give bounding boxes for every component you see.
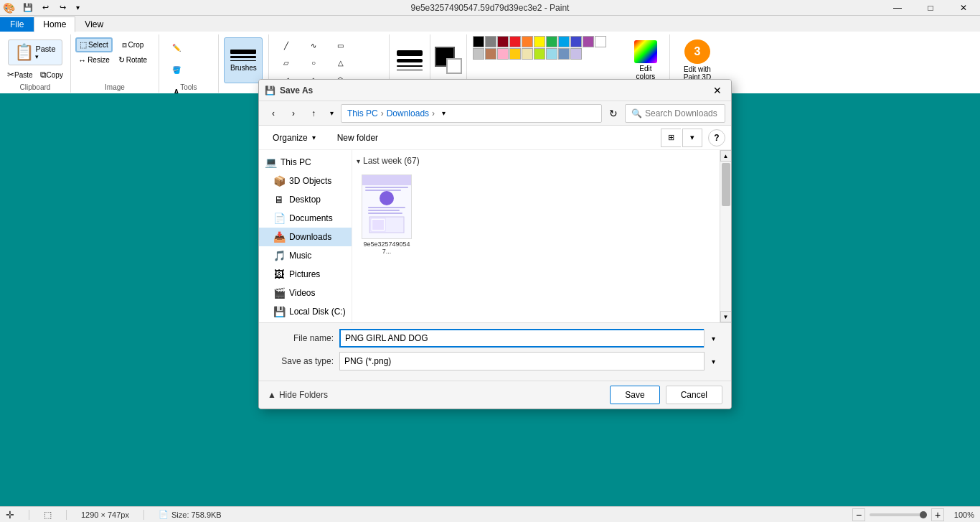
dialog-toolbar: Organize New folder ⊞ ▾ ?	[259, 126, 731, 150]
save-as-dialog: 💾 Save As ✕ ‹ › ↑ ▾ This PC › Downloads …	[258, 79, 732, 409]
filetype-label: Save as type:	[268, 356, 339, 366]
files-grid: 9e5e3257490547...	[355, 169, 717, 261]
filename-dd-btn[interactable]: ▾	[704, 329, 722, 348]
dialog-title: 💾 Save As	[265, 85, 313, 95]
local-c-icon: 💾	[273, 306, 285, 317]
cancel-btn[interactable]: Cancel	[666, 386, 722, 404]
section-header-lastweek[interactable]: ▾ Last week (67)	[355, 153, 717, 169]
filename-row: File name: ▾	[268, 329, 722, 348]
svg-rect-2	[365, 187, 408, 188]
form-area: File name: ▾ Save as type: PNG (*.png) J…	[259, 322, 731, 381]
nav-local-d[interactable]: 💾 Local Disk (D:)	[259, 321, 352, 322]
dialog-close-btn[interactable]: ✕	[710, 83, 725, 98]
pictures-icon: 🖼	[273, 269, 285, 280]
nav-music[interactable]: 🎵 Music	[259, 246, 352, 265]
save-btn[interactable]: Save	[610, 386, 659, 404]
svg-point-4	[380, 191, 394, 205]
filetype-select[interactable]: PNG (*.png) JPEG (*.jpg;*.jpeg) BMP (*.b…	[339, 352, 722, 370]
search-icon: 🔍	[631, 108, 642, 118]
breadcrumb-sep2: ›	[432, 108, 435, 118]
nav-up-btn[interactable]: ↑	[305, 105, 322, 122]
filetype-row: Save as type: PNG (*.png) JPEG (*.jpg;*.…	[268, 352, 722, 370]
view-dd-btn[interactable]: ▾	[682, 129, 702, 147]
scroll-track[interactable]	[720, 162, 732, 311]
svg-rect-10	[372, 220, 384, 230]
new-folder-btn[interactable]: New folder	[329, 129, 386, 147]
file-thumbnail	[362, 174, 412, 239]
sidebar-nav: 💻 This PC 📦 3D Objects 🖥 Desktop 📄 Docum…	[259, 150, 352, 322]
breadcrumb-sep1: ›	[381, 108, 384, 118]
svg-rect-7	[368, 213, 402, 214]
3d-objects-icon: 📦	[273, 175, 285, 187]
nav-desktop[interactable]: 🖥 Desktop	[259, 190, 352, 209]
browser-area: 💻 This PC 📦 3D Objects 🖥 Desktop 📄 Docum…	[259, 150, 731, 322]
dialog-actions: ▲ Hide Folders Save Cancel	[259, 381, 731, 409]
svg-rect-5	[368, 207, 405, 208]
help-btn[interactable]: ?	[708, 129, 725, 146]
nav-documents[interactable]: 📄 Documents	[259, 209, 352, 228]
nav-downloads[interactable]: 📥 Downloads	[259, 228, 352, 246]
nav-forward-btn[interactable]: ›	[285, 105, 302, 122]
this-pc-icon: 💻	[265, 157, 276, 168]
nav-3d-objects[interactable]: 📦 3D Objects	[259, 172, 352, 190]
organize-btn[interactable]: Organize	[265, 129, 324, 147]
dialog-title-bar: 💾 Save As ✕	[259, 80, 731, 101]
nav-recent-btn[interactable]: ▾	[325, 105, 338, 122]
dialog-title-icon: 💾	[265, 85, 275, 95]
nav-bar: ‹ › ↑ ▾ This PC › Downloads › ▾ ↻ 🔍	[259, 101, 731, 126]
breadcrumb-thispc[interactable]: This PC	[347, 108, 378, 118]
action-buttons: Save Cancel	[610, 386, 722, 404]
svg-rect-1	[362, 175, 411, 185]
nav-local-c[interactable]: 💾 Local Disk (C:)	[259, 302, 352, 321]
search-input[interactable]	[645, 108, 732, 118]
filename-input[interactable]	[339, 329, 722, 348]
hide-folders-icon: ▲	[268, 390, 276, 400]
filename-label: File name:	[268, 333, 339, 343]
scroll-thumb[interactable]	[722, 163, 730, 206]
scroll-down-btn[interactable]: ▼	[720, 311, 732, 322]
view-grid-btn[interactable]: ⊞	[661, 129, 681, 147]
downloads-icon: 📥	[273, 231, 285, 243]
nav-refresh-btn[interactable]: ↻	[605, 105, 622, 122]
nav-pictures[interactable]: 🖼 Pictures	[259, 265, 352, 284]
music-icon: 🎵	[273, 250, 285, 261]
breadcrumb-dd-btn[interactable]: ▾	[438, 105, 449, 122]
hide-folders-btn[interactable]: ▲ Hide Folders	[268, 390, 328, 400]
file-name: 9e5e3257490547...	[361, 241, 413, 255]
breadcrumb-downloads[interactable]: Downloads	[387, 108, 429, 118]
desktop-icon: 🖥	[273, 194, 285, 205]
file-item[interactable]: 9e5e3257490547...	[358, 172, 415, 258]
section-chevron: ▾	[357, 157, 360, 165]
documents-icon: 📄	[273, 213, 285, 224]
videos-icon: 🎬	[273, 287, 285, 299]
svg-rect-3	[365, 190, 401, 191]
filetype-select-wrapper: PNG (*.png) JPEG (*.jpg;*.jpeg) BMP (*.b…	[339, 352, 722, 370]
modal-overlay: 💾 Save As ✕ ‹ › ↑ ▾ This PC › Downloads …	[0, 0, 980, 522]
search-box: 🔍	[625, 104, 725, 123]
breadcrumb: This PC › Downloads › ▾	[341, 104, 602, 123]
filename-input-wrapper: ▾	[339, 329, 722, 348]
files-area: ▾ Last week (67)	[352, 150, 720, 322]
view-toggle: ⊞ ▾	[661, 129, 702, 147]
scroll-up-btn[interactable]: ▲	[720, 150, 732, 162]
nav-videos[interactable]: 🎬 Videos	[259, 284, 352, 302]
svg-rect-6	[368, 210, 400, 211]
nav-this-pc[interactable]: 💻 This PC	[259, 153, 352, 172]
nav-back-btn[interactable]: ‹	[265, 105, 282, 122]
vertical-scrollbar: ▲ ▼	[720, 150, 731, 322]
